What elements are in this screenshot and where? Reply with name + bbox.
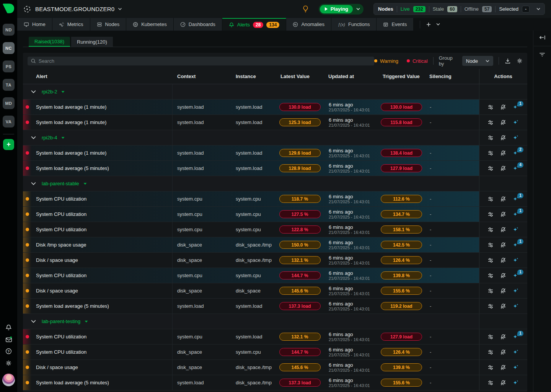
ai-sparkle-icon[interactable]: 1 — [513, 104, 519, 110]
tabs-chevron-icon[interactable] — [436, 23, 440, 26]
tab-running[interactable]: Running(120) — [71, 37, 113, 47]
tune-icon[interactable] — [487, 150, 494, 156]
ai-sparkle-icon[interactable] — [513, 135, 519, 141]
tune-icon[interactable] — [487, 242, 494, 248]
tab-dashboards[interactable]: Dashboards — [174, 18, 222, 31]
workspace-item-nd[interactable]: ND — [3, 24, 15, 36]
alert-row[interactable]: System CPU utilization system.cpu system… — [23, 268, 527, 283]
alert-row[interactable]: System load average (1 minute) system.lo… — [23, 115, 527, 130]
alert-row[interactable]: System load average (1 minute) system.lo… — [23, 145, 527, 161]
column-header-updated-at[interactable]: Updated at — [324, 74, 378, 79]
group-menu-caret-icon[interactable] — [61, 91, 65, 93]
tune-icon[interactable] — [487, 288, 494, 294]
ai-sparkle-icon[interactable]: 1 — [513, 196, 519, 202]
inbox-icon[interactable] — [5, 336, 12, 343]
silence-bell-icon[interactable] — [500, 257, 506, 263]
tune-icon[interactable] — [487, 196, 494, 202]
ai-sparkle-icon[interactable] — [513, 288, 519, 294]
silence-bell-icon[interactable] — [500, 165, 506, 172]
play-chevron-icon[interactable] — [353, 8, 364, 10]
alert-row[interactable]: System load average (1 minute) system.lo… — [23, 100, 527, 115]
group-header-row[interactable]: lab-parent-stable — [23, 176, 527, 191]
group-collapse-chevron-icon[interactable] — [31, 320, 36, 323]
filter-funnel-icon[interactable] — [539, 52, 546, 57]
ai-sparkle-icon[interactable]: 1 — [513, 273, 519, 279]
column-header-triggered-value[interactable]: Triggered Value — [378, 74, 425, 79]
tune-icon[interactable] — [487, 334, 494, 340]
tab-metrics[interactable]: Metrics — [52, 18, 90, 31]
alert-row[interactable]: System load average (5 minutes) system.l… — [23, 299, 527, 314]
alert-row[interactable]: System load average (5 minutes) system.l… — [23, 375, 527, 390]
collapse-panel-icon[interactable] — [539, 35, 546, 40]
group-collapse-chevron-icon[interactable] — [31, 182, 36, 185]
workspace-item-va[interactable]: VA — [3, 116, 15, 127]
silence-bell-icon[interactable] — [500, 104, 506, 110]
column-header-context[interactable]: Context — [173, 74, 231, 79]
tab-raised[interactable]: Raised(1038) — [29, 37, 70, 47]
netdata-logo-icon[interactable] — [2, 2, 15, 15]
silence-bell-icon[interactable] — [500, 119, 506, 126]
tune-icon[interactable] — [487, 380, 494, 386]
tab-home[interactable]: Home — [17, 18, 52, 31]
silence-bell-icon[interactable] — [500, 364, 506, 371]
tune-icon[interactable] — [487, 211, 494, 217]
tune-icon[interactable] — [487, 165, 494, 172]
group-header-row[interactable]: rpi2b-2 — [23, 84, 527, 100]
workspace-item-md[interactable]: MD — [3, 97, 15, 109]
ai-sparkle-icon[interactable] — [513, 303, 519, 309]
tab-events[interactable]: Events — [377, 18, 414, 31]
alert-row[interactable]: Disk / space usage disk_space disk_space… — [23, 253, 527, 268]
column-header-latest-value[interactable]: Latest Value — [276, 74, 324, 79]
tab-anomalies[interactable]: Anomalies — [286, 18, 331, 31]
alert-row[interactable]: System CPU utilization system.cpu system… — [23, 207, 527, 222]
workspace-item-ta[interactable]: TA — [3, 79, 15, 91]
group-menu-caret-icon[interactable] — [83, 183, 87, 185]
tab-functions[interactable]: ƒ(x) Functions — [331, 18, 377, 31]
group-menu-caret-icon[interactable] — [61, 137, 65, 139]
play-state-button[interactable]: Playing — [319, 4, 364, 15]
column-header-instance[interactable]: Instance — [231, 74, 276, 79]
alert-row[interactable]: System load average (5 minutes) system.l… — [23, 161, 527, 176]
alert-row[interactable]: System CPU utilization system.cpu system… — [23, 222, 527, 237]
silence-bell-icon[interactable] — [500, 135, 506, 141]
insights-bulb-icon[interactable] — [302, 5, 309, 13]
tune-icon[interactable] — [487, 135, 494, 141]
silence-bell-icon[interactable] — [500, 227, 506, 233]
alert-row[interactable]: Disk /tmp space usage disk_space disk_sp… — [23, 237, 527, 253]
silence-bell-icon[interactable] — [500, 211, 506, 217]
tune-icon[interactable] — [487, 104, 494, 110]
tab-kubernetes[interactable]: Kubernetes — [126, 18, 174, 31]
notifications-bell-icon[interactable] — [5, 324, 12, 331]
ai-sparkle-icon[interactable]: 1 — [513, 211, 519, 217]
settings-gear-icon[interactable] — [5, 360, 12, 366]
ai-sparkle-icon[interactable]: 4 — [513, 165, 519, 172]
search-input[interactable] — [39, 58, 371, 64]
ai-sparkle-icon[interactable]: 1 — [513, 242, 519, 248]
silence-bell-icon[interactable] — [500, 349, 506, 355]
column-header-silencing[interactable]: Silencing — [425, 74, 479, 79]
group-menu-caret-icon[interactable] — [85, 320, 88, 323]
chevron-down-icon[interactable] — [118, 8, 122, 10]
ai-sparkle-icon[interactable]: 1 — [513, 334, 519, 340]
download-icon[interactable] — [505, 58, 511, 64]
tune-icon[interactable] — [487, 273, 494, 279]
ai-sparkle-icon[interactable] — [513, 364, 519, 371]
ai-sparkle-icon[interactable] — [513, 349, 519, 355]
ai-sparkle-icon[interactable] — [513, 227, 519, 233]
add-tab-button[interactable] — [426, 22, 431, 27]
group-by-select[interactable]: Node — [462, 56, 493, 66]
group-header-row[interactable]: lab-parent-testing — [23, 314, 527, 329]
silence-bell-icon[interactable] — [500, 242, 506, 248]
group-collapse-chevron-icon[interactable] — [31, 90, 36, 93]
silence-bell-icon[interactable] — [500, 303, 506, 309]
ai-sparkle-icon[interactable] — [513, 380, 519, 386]
alert-row[interactable]: System CPU utilization disk_space system… — [23, 345, 527, 360]
silence-bell-icon[interactable] — [500, 380, 506, 386]
nodes-summary[interactable]: Nodes Live 232 Stale 60 Offline 57 Selec… — [373, 3, 545, 15]
silence-bell-icon[interactable] — [500, 334, 506, 340]
tune-icon[interactable] — [487, 119, 494, 126]
alert-row[interactable]: Disk / space usage disk_space disk_space… — [23, 360, 527, 375]
alert-row[interactable]: System CPU utilization system.cpu system… — [23, 329, 527, 345]
column-header-alert[interactable]: Alert — [23, 74, 173, 79]
add-workspace-button[interactable]: + — [3, 139, 14, 150]
